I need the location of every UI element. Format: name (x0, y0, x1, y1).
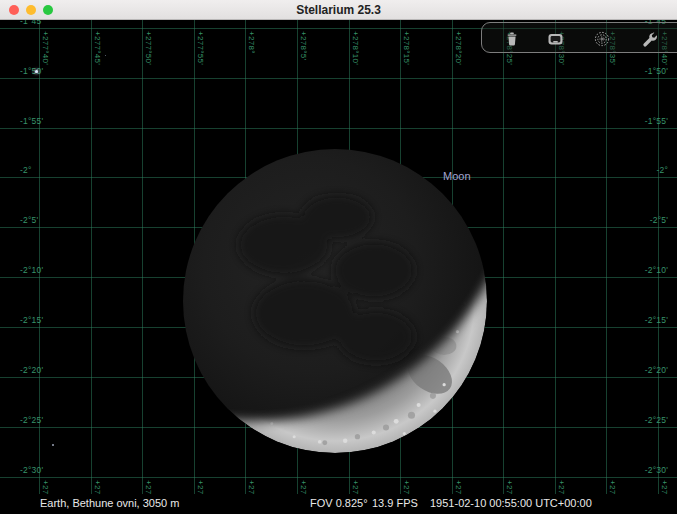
ra-label-top: +278°10' (350, 31, 360, 65)
ra-label-bottom: +278°5' (298, 480, 308, 494)
grid-parallel-line (0, 477, 677, 478)
ra-label-top: +277°45' (92, 31, 102, 65)
fps-status: 13.9 FPS (372, 497, 418, 509)
dec-label-left: -1°45' (20, 20, 43, 27)
ra-label-bottom: +278°40' (659, 480, 669, 494)
grid-meridian-line (503, 20, 504, 494)
ra-label-top: +277°50' (143, 31, 153, 65)
grid-meridian-line (555, 20, 556, 494)
fov-status: FOV 0.825° (310, 497, 368, 509)
zoom-button[interactable] (43, 5, 53, 15)
ra-label-top: +278°15' (401, 31, 411, 65)
dec-label-right: -2°30' (618, 465, 668, 476)
wrench-icon (641, 31, 658, 48)
window-controls (9, 5, 53, 15)
dec-label-right: -2°25' (618, 415, 668, 426)
toolbar-button-1[interactable] (499, 26, 525, 52)
dec-label-right: -1°50' (618, 66, 668, 77)
ra-label-top: +278° (246, 31, 256, 54)
toolbar-button-4[interactable] (636, 26, 662, 52)
dec-label-left: -2°30' (20, 465, 43, 476)
close-button[interactable] (9, 5, 19, 15)
dec-label-right: -2° (618, 165, 668, 176)
dec-label-left: -2°10' (20, 265, 43, 276)
datetime-status[interactable]: 1951-02-10 00:55:00 UTC+00:00 (430, 497, 592, 509)
moon[interactable] (182, 148, 488, 454)
moon-crescent (183, 149, 487, 453)
minimize-button[interactable] (26, 5, 36, 15)
camera-sensor-icon (547, 31, 564, 47)
toolbar-button-3[interactable] (589, 26, 615, 52)
ra-label-bottom: +278°20' (453, 480, 463, 494)
dec-label-left: -2°5' (20, 215, 38, 226)
dec-label-left: -2°25' (20, 415, 43, 426)
location-status[interactable]: Earth, Bethune ovni, 3050 m (40, 497, 179, 509)
window-title: Stellarium 25.3 (296, 3, 381, 17)
grid-meridian-line (142, 20, 143, 494)
titlebar: Stellarium 25.3 (0, 0, 677, 20)
dec-label-left: -1°50' (20, 66, 43, 77)
dec-label-left: -2° (20, 165, 32, 176)
ra-label-bottom: +277°40' (40, 480, 50, 494)
dec-label-left: -2°20' (20, 365, 43, 376)
ra-label-bottom: +278°35' (607, 480, 617, 494)
dec-label-right: -1°55' (618, 116, 668, 127)
trash-icon (504, 31, 520, 47)
star (52, 444, 54, 446)
target-icon (594, 31, 610, 47)
grid-meridian-line (606, 20, 607, 494)
dec-label-right: -2°5' (618, 215, 668, 226)
dec-label-right: -2°20' (618, 365, 668, 376)
ra-label-bottom: +278°10' (350, 480, 360, 494)
dec-label-right: -2°10' (618, 265, 668, 276)
ra-label-top: +277°40' (40, 31, 50, 65)
toolbar-button-2[interactable] (542, 26, 568, 52)
ra-label-bottom: +277°55' (195, 480, 205, 494)
statusbar: Earth, Bethune ovni, 3050 m FOV 0.825° 1… (0, 494, 677, 514)
plugin-toolbar (481, 22, 677, 53)
dec-label-right: -2°15' (618, 315, 668, 326)
ra-label-bottom: +278°15' (401, 480, 411, 494)
star (105, 55, 106, 56)
grid-meridian-line (91, 20, 92, 494)
ra-label-bottom: +277°50' (143, 480, 153, 494)
ra-label-top: +278°20' (453, 31, 463, 65)
grid-parallel-line (0, 128, 677, 129)
dec-label-left: -2°15' (20, 315, 43, 326)
dec-label-left: -1°55' (20, 116, 43, 127)
ra-label-top: +278°5' (298, 31, 308, 60)
stellarium-window: Stellarium 25.3 +277°40'+277°40'+277°45'… (0, 0, 677, 514)
star (35, 70, 38, 73)
ra-label-bottom: +278° (246, 480, 256, 494)
grid-parallel-line (0, 78, 677, 79)
moon-label[interactable]: Moon (443, 170, 471, 182)
sky-viewport[interactable]: +277°40'+277°40'+277°45'+277°45'+277°50'… (0, 20, 677, 494)
ra-label-bottom: +278°30' (556, 480, 566, 494)
ra-label-top: +277°55' (195, 31, 205, 65)
ra-label-bottom: +277°45' (92, 480, 102, 494)
ra-label-bottom: +278°25' (504, 480, 514, 494)
